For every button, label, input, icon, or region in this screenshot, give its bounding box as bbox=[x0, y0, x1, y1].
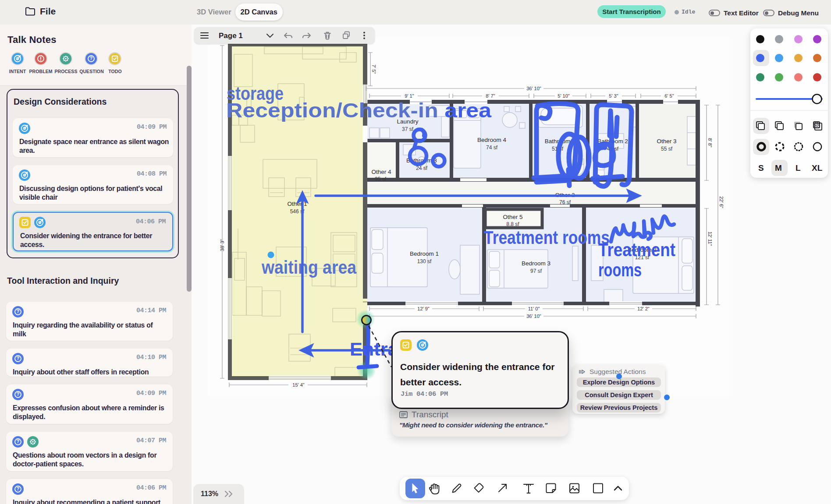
svg-text:12' 11": 12' 11" bbox=[707, 232, 713, 246]
svg-text:Treatment rooms: Treatment rooms bbox=[484, 227, 610, 248]
svg-text:36' 10": 36' 10" bbox=[526, 86, 541, 91]
svg-text:38' 3": 38' 3" bbox=[220, 239, 225, 251]
svg-text:Bedroom 1: Bedroom 1 bbox=[410, 250, 439, 257]
svg-text:8' 7": 8' 7" bbox=[486, 93, 495, 99]
svg-text:130 sf: 130 sf bbox=[417, 258, 432, 264]
svg-text:15' 4": 15' 4" bbox=[292, 382, 305, 388]
svg-text:6' 5": 6' 5" bbox=[664, 93, 674, 99]
svg-text:8.8 sf: 8.8 sf bbox=[506, 221, 519, 227]
svg-text:55 sf: 55 sf bbox=[661, 146, 673, 152]
svg-text:waiting area: waiting area bbox=[261, 257, 356, 278]
svg-text:74 sf: 74 sf bbox=[486, 145, 498, 151]
svg-text:97 sf: 97 sf bbox=[530, 268, 542, 274]
svg-text:Bathroom: Bathroom bbox=[545, 138, 571, 145]
svg-text:5' 3": 5' 3" bbox=[609, 93, 618, 99]
svg-text:Reception/Check-in area: Reception/Check-in area bbox=[226, 99, 491, 122]
svg-text:Bedroom 4: Bedroom 4 bbox=[477, 137, 507, 143]
svg-text:rooms: rooms bbox=[598, 260, 642, 280]
svg-text:Other 5: Other 5 bbox=[503, 214, 522, 220]
svg-text:9' 1": 9' 1" bbox=[405, 93, 414, 99]
svg-text:22' 6": 22' 6" bbox=[719, 196, 724, 208]
svg-text:8' 8": 8' 8" bbox=[707, 138, 713, 147]
svg-text:5' 10": 5' 10" bbox=[558, 93, 570, 99]
svg-text:35 sf: 35 sf bbox=[375, 176, 387, 182]
svg-text:37 sf: 37 sf bbox=[402, 126, 414, 132]
svg-text:12' 2": 12' 2" bbox=[637, 306, 650, 311]
svg-text:76 sf: 76 sf bbox=[559, 199, 571, 205]
svg-text:11' 0": 11' 0" bbox=[528, 306, 540, 311]
svg-text:12' 9": 12' 9" bbox=[417, 306, 430, 311]
svg-text:36' 10": 36' 10" bbox=[526, 314, 541, 319]
svg-text:7' 5": 7' 5" bbox=[371, 64, 376, 74]
svg-text:Other 4: Other 4 bbox=[371, 169, 391, 175]
svg-text:Other 3: Other 3 bbox=[657, 138, 676, 145]
svg-text:Bedroom 3: Bedroom 3 bbox=[522, 260, 550, 267]
svg-text:Page 1: Page 1 bbox=[219, 32, 243, 40]
